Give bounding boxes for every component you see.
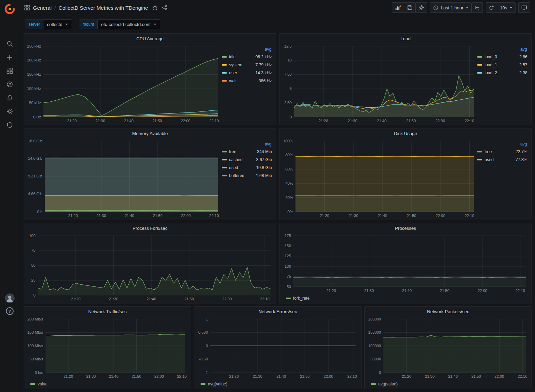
memory-available-chart[interactable]: 0 b4.66 Gib9.31 Gib14.0 Gib18.6 Gib21:20… [25,138,222,219]
memory-available-plot[interactable]: 0 b4.66 Gib9.31 Gib14.0 Gib18.6 Gib21:20… [25,138,222,219]
svg-text:75: 75 [287,274,291,278]
explore-compass-icon[interactable] [0,77,19,91]
processes-plot[interactable]: 507510012515017521:2021:3021:4021:5022:0… [281,233,529,294]
search-icon[interactable] [0,37,19,50]
series-group [294,76,474,117]
legend-item-cached[interactable]: cached3.67 Gib [222,156,272,164]
legend-item-used[interactable]: used10.8 Gib [222,164,272,172]
legend-item-user[interactable]: user14.3 kHz [222,69,272,77]
network-packets-sec-plot[interactable]: 05000010000015000020000021:2021:3021:402… [366,316,529,380]
svg-text:18.6 Gib: 18.6 Gib [28,139,42,143]
alerting-bell-icon[interactable] [0,91,19,105]
legend-item-value[interactable]: value [30,382,48,386]
legend-item-load_1[interactable]: load_12.57 [477,61,527,69]
panel-title-cpu-average[interactable]: CPU Average [24,34,276,43]
process-fork-chart[interactable]: 025507510021:2021:3021:4021:5022:0022:10 [25,233,274,302]
refresh-button[interactable] [486,2,497,13]
svg-text:21:30: 21:30 [349,214,358,218]
legend-item-load_0[interactable]: load_02.86 [477,53,527,61]
processes-chart[interactable]: 507510012515017521:2021:3021:4021:5022:0… [281,233,529,294]
legend-item-used[interactable]: used77.3% [477,156,527,164]
svg-text:0: 0 [33,293,35,297]
grafana-logo[interactable] [0,1,19,17]
save-dashboard-button[interactable] [404,2,416,13]
load-plot[interactable]: 02.5057.501012.521:2021:3021:4021:5022:0… [281,43,477,124]
breadcrumb-section[interactable]: General [33,5,51,11]
panel-title-processes[interactable]: Processes [279,223,532,233]
panel-title-memory-available[interactable]: Memory Available [24,128,276,138]
network-errors-sec-plot[interactable]: -1-0.5000.500121:2021:3021:4021:5022:002… [196,316,359,380]
legend-item-fork_rate[interactable]: fork_rate [286,296,309,301]
svg-text:22:00: 22:00 [436,214,445,218]
svg-text:21:40: 21:40 [125,214,135,218]
legend-avg-header[interactable]: avg [222,47,272,52]
disk-usage-plot[interactable]: 0%20%40%60%80%100%21:2021:3021:4021:5022… [281,138,477,219]
legend-item-free[interactable]: free22.7% [477,148,527,156]
tv-mode-button[interactable] [518,2,530,13]
configuration-gear-icon[interactable] [0,105,19,118]
panel-title-network-packets[interactable]: Network Packets/sec [365,307,532,316]
help-icon[interactable]: ? [6,307,14,315]
legend-item-wait[interactable]: wait386 Hz [222,77,272,85]
disk-usage-chart[interactable]: 0%20%40%60%80%100%21:2021:3021:4021:5022… [281,138,477,219]
cpu-average-plot[interactable]: 0 Hz50 kHz100 kHz150 kHz200 kHz250 kHz21… [25,43,222,124]
add-panel-button[interactable] [392,2,404,13]
legend-item-idle[interactable]: idle96.2 kHz [222,53,272,61]
network-traffic-sec-plot[interactable]: 0 b/s50 Mb/s100 Mb/s150 Mb/s200 Mb/s21:2… [25,316,189,380]
zoom-out-button[interactable] [471,2,483,13]
legend-avg-header[interactable]: avg [222,142,272,147]
chevron-down-icon [510,7,512,8]
refresh-interval-picker[interactable]: 10s [497,2,516,13]
process-fork-sec-plot[interactable]: 025507510021:2021:3021:4021:5022:0022:10 [25,233,274,302]
network-errors-chart[interactable]: -1-0.5000.500121:2021:3021:4021:5022:002… [196,316,359,380]
legend-series-avg: 2.38 [519,70,527,75]
legend-item-system[interactable]: system7.79 kHz [222,61,272,69]
load-chart[interactable]: 02.5057.501012.521:2021:3021:4021:5022:0… [281,43,477,124]
legend-item-buffered[interactable]: buffered1.68 Mib [222,172,272,180]
avatar[interactable] [5,293,15,303]
panel-title-network-errors[interactable]: Network Errors/sec [194,307,361,316]
time-range-label: Last 1 hour [441,5,463,10]
legend-avg-header[interactable]: avg [477,142,527,147]
share-icon[interactable] [162,5,168,10]
legend-item-free[interactable]: free344 Mib [222,148,272,156]
variable-mount-value-dropdown[interactable]: etc-collectd-collectd.conf [97,19,160,29]
time-range-picker[interactable]: Last 1 hour [430,2,472,13]
network-packets-chart[interactable]: 05000010000015000020000021:2021:3021:402… [366,316,529,380]
legend-series-avg: 1.68 Mib [256,173,272,178]
network-traffic-chart[interactable]: 0 b/s50 Mb/s100 Mb/s150 Mb/s200 Mb/s21:2… [25,316,189,380]
panel-title-disk-usage[interactable]: Disk Usage [279,128,532,138]
legend-item-avg(value)[interactable]: avg(value) [371,382,398,386]
panel-title-network-traffic[interactable]: Network Traffic/sec [24,307,191,316]
svg-text:22:10: 22:10 [209,214,219,218]
cpu-average-chart[interactable]: 0 Hz50 kHz100 kHz150 kHz200 kHz250 kHz21… [25,43,222,124]
add-icon[interactable] [0,50,19,64]
panel-title-process-fork[interactable]: Process Fork/sec [24,223,276,233]
network-packets-legend: avg(value) [366,380,529,388]
dashboards-icon[interactable] [0,64,19,77]
svg-text:75: 75 [31,248,35,252]
dashboard-settings-button[interactable] [415,2,427,13]
legend-series-avg: 7.79 kHz [256,62,272,67]
server-admin-shield-icon[interactable] [0,118,19,132]
series-group [295,157,474,212]
panel-title-load[interactable]: Load [279,34,532,43]
svg-text:21:40: 21:40 [124,119,134,123]
legend-series-avg: 22.7% [516,149,527,154]
legend-item-load_2[interactable]: load_22.38 [477,69,527,77]
legend-item-avg(value)[interactable]: avg(value) [201,382,227,386]
series-group [383,335,526,373]
variable-mount-value: etc-collectd-collectd.conf [101,22,151,27]
svg-text:21:30: 21:30 [96,119,105,123]
svg-text:125: 125 [285,254,291,258]
svg-text:21:50: 21:50 [406,119,416,123]
variable-server-value-dropdown[interactable]: collectd [43,19,72,29]
panel-processes: Processes 507510012515017521:2021:3021:4… [279,223,532,303]
svg-text:100: 100 [285,264,291,268]
svg-text:21:50: 21:50 [471,374,481,378]
svg-text:21:40: 21:40 [276,374,286,378]
legend-avg-header[interactable]: avg [477,47,527,52]
star-icon[interactable] [152,5,158,10]
breadcrumb-title[interactable]: CollectD Server Metrics with TDengine [59,5,148,11]
legend-series-name: value [38,382,48,386]
